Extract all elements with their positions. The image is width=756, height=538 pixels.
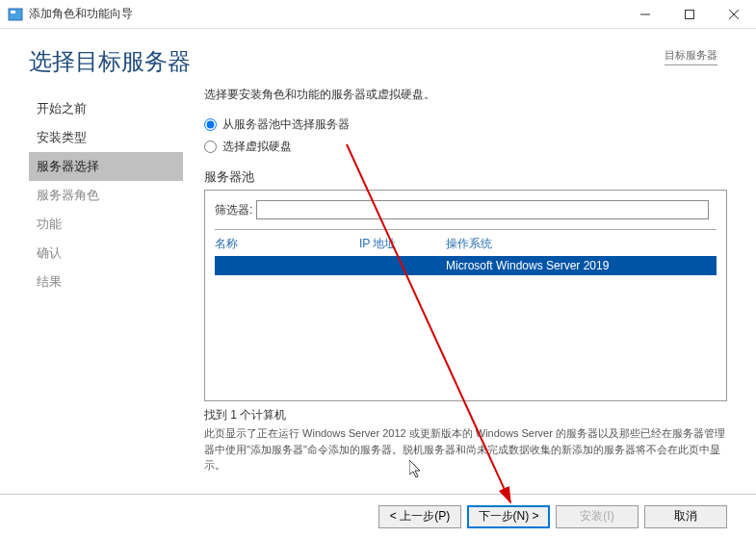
server-row[interactable]: Microsoft Windows Server 2019	[215, 256, 717, 275]
svg-rect-0	[9, 9, 22, 20]
radio-vhd-label: 选择虚拟硬盘	[222, 139, 292, 155]
column-name[interactable]: 名称	[215, 236, 359, 252]
close-button[interactable]	[712, 0, 756, 29]
sidebar-item-results: 结果	[29, 268, 183, 296]
window-title: 添加角色和功能向导	[29, 6, 623, 22]
titlebar: 添加角色和功能向导	[0, 0, 756, 29]
cancel-button[interactable]: 取消	[644, 505, 727, 528]
found-count-label: 找到 1 个计算机	[204, 407, 727, 423]
cell-os: Microsoft Windows Server 2019	[446, 259, 717, 272]
minimize-button[interactable]	[623, 0, 667, 29]
maximize-button[interactable]	[667, 0, 712, 29]
radio-pool-label: 从服务器池中选择服务器	[222, 116, 350, 133]
header: 选择目标服务器 目标服务器	[0, 29, 756, 77]
radio-pool-input[interactable]	[204, 118, 217, 131]
table-header: 名称 IP 地址 操作系统	[215, 229, 717, 256]
next-button[interactable]: 下一步(N) >	[467, 505, 550, 528]
svg-rect-1	[11, 11, 15, 13]
svg-rect-3	[686, 10, 694, 18]
radio-select-vhd[interactable]: 选择虚拟硬盘	[204, 139, 727, 155]
sidebar-item-installation-type[interactable]: 安装类型	[29, 123, 183, 152]
radio-vhd-input[interactable]	[204, 141, 217, 153]
column-os[interactable]: 操作系统	[446, 236, 717, 252]
filter-input[interactable]	[256, 200, 709, 219]
footer-buttons: < 上一步(P) 下一步(N) > 安装(I) 取消	[0, 494, 756, 538]
table-empty-space	[215, 275, 717, 391]
sidebar-item-confirmation: 确认	[29, 239, 183, 268]
main-area: 开始之前 安装类型 服务器选择 服务器角色 功能 确认 结果 选择要安装角色和功…	[0, 77, 756, 474]
server-pool-box: 筛选器: 名称 IP 地址 操作系统 Microsoft Windows Ser…	[204, 190, 727, 401]
sidebar-item-features: 功能	[29, 210, 183, 239]
server-pool-label: 服务器池	[204, 168, 727, 186]
previous-button[interactable]: < 上一步(P)	[378, 505, 461, 528]
column-ip[interactable]: IP 地址	[359, 236, 446, 252]
sidebar-item-server-selection[interactable]: 服务器选择	[29, 152, 183, 181]
wizard-sidebar: 开始之前 安装类型 服务器选择 服务器角色 功能 确认 结果	[29, 87, 183, 474]
help-text: 此页显示了正在运行 Windows Server 2012 或更新版本的 Win…	[204, 425, 727, 474]
instruction-text: 选择要安装角色和功能的服务器或虚拟硬盘。	[204, 87, 727, 103]
page-title: 选择目标服务器	[29, 46, 665, 77]
content-pane: 选择要安装角色和功能的服务器或虚拟硬盘。 从服务器池中选择服务器 选择虚拟硬盘 …	[183, 87, 727, 474]
app-icon	[8, 7, 23, 22]
radio-select-from-pool[interactable]: 从服务器池中选择服务器	[204, 116, 727, 133]
install-button: 安装(I)	[556, 505, 639, 528]
filter-label: 筛选器:	[215, 202, 252, 218]
sidebar-item-server-roles: 服务器角色	[29, 181, 183, 210]
sidebar-item-before-you-begin[interactable]: 开始之前	[29, 94, 183, 123]
destination-label: 目标服务器	[665, 48, 717, 65]
filter-row: 筛选器:	[215, 200, 717, 219]
window-controls	[623, 0, 756, 29]
